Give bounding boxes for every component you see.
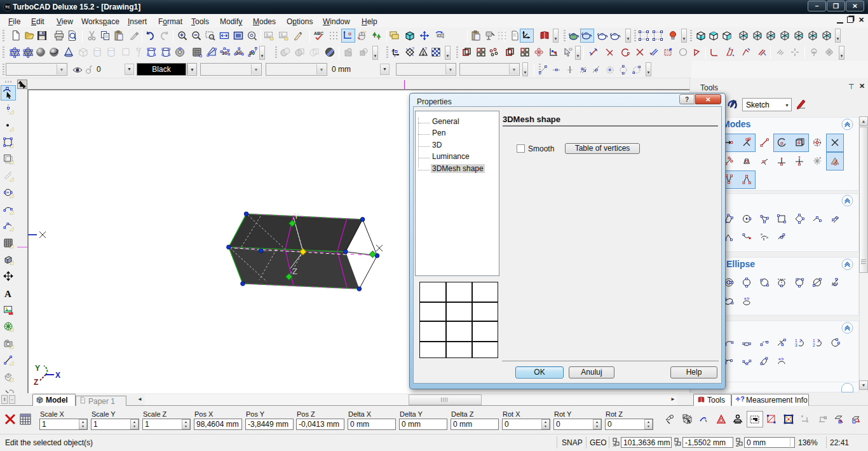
svg-text:X: X	[613, 442, 616, 448]
svg-text:Y: Y	[363, 31, 366, 34]
svg-text:3: 3	[795, 343, 797, 347]
svg-text:X: X	[55, 371, 60, 380]
svg-text:Z: Z	[736, 442, 739, 448]
svg-text:?: ?	[424, 46, 427, 51]
svg-text:Y: Y	[294, 211, 299, 221]
svg-text:?: ?	[412, 46, 414, 51]
svg-text:Z: Z	[292, 267, 297, 276]
svg-text:30: 30	[222, 50, 227, 56]
svg-text:Y: Y	[674, 442, 678, 448]
svg-text:ABC: ABC	[314, 31, 323, 36]
svg-text:Z: Z	[34, 378, 38, 387]
svg-text:1: 1	[795, 338, 797, 343]
svg-text:a:b: a:b	[744, 296, 750, 300]
svg-text:a:b: a:b	[778, 357, 784, 361]
svg-text:2: 2	[813, 343, 815, 347]
svg-text:A: A	[4, 289, 11, 299]
svg-text:1: 1	[813, 338, 815, 343]
svg-text:Y: Y	[35, 364, 40, 373]
